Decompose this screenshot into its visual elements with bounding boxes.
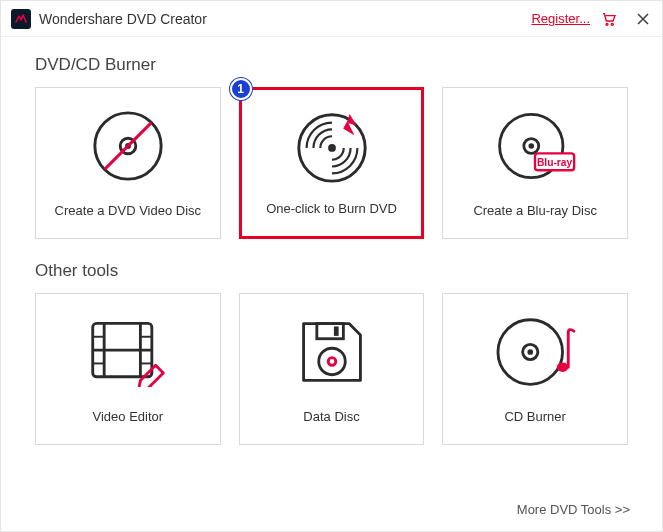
svg-line-6: [104, 122, 151, 169]
section-title-other: Other tools: [35, 261, 628, 281]
bluray-disc-icon: Blu-ray: [494, 88, 576, 203]
tile-video-editor[interactable]: Video Editor: [35, 293, 221, 445]
app-logo-icon: [11, 9, 31, 29]
tile-label: One-click to Burn DVD: [266, 201, 397, 216]
svg-point-24: [318, 348, 345, 375]
content-area: DVD/CD Burner Create a DVD Video Disc 1: [1, 37, 662, 445]
svg-point-28: [528, 349, 534, 355]
tile-bluray[interactable]: Blu-ray Create a Blu-ray Disc: [442, 87, 628, 239]
svg-rect-23: [333, 326, 338, 335]
tile-label: CD Burner: [504, 409, 565, 424]
svg-point-8: [328, 144, 336, 152]
disc-burn-icon: [291, 90, 373, 201]
more-tools-link[interactable]: More DVD Tools >>: [517, 502, 630, 517]
app-window: Wondershare DVD Creator Register... DVD/…: [0, 0, 663, 532]
floppy-icon: [296, 294, 368, 409]
titlebar: Wondershare DVD Creator Register...: [1, 1, 662, 37]
tile-cd-burner[interactable]: CD Burner: [442, 293, 628, 445]
svg-rect-22: [316, 323, 343, 338]
section-title-burner: DVD/CD Burner: [35, 55, 628, 75]
cart-icon[interactable]: [600, 10, 618, 28]
tile-one-click-burn[interactable]: 1 One-click to Burn DVD: [239, 87, 425, 239]
tile-dvd-video[interactable]: Create a DVD Video Disc: [35, 87, 221, 239]
other-row: Video Editor Data Disc: [35, 293, 628, 445]
tile-label: Video Editor: [93, 409, 164, 424]
svg-point-2: [611, 23, 613, 25]
tile-label: Create a Blu-ray Disc: [473, 203, 597, 218]
register-link[interactable]: Register...: [531, 11, 590, 26]
tile-label: Data Disc: [303, 409, 359, 424]
close-button[interactable]: [632, 8, 654, 30]
svg-point-25: [328, 357, 336, 365]
burner-row: Create a DVD Video Disc 1: [35, 87, 628, 239]
tile-data-disc[interactable]: Data Disc: [239, 293, 425, 445]
svg-text:Blu-ray: Blu-ray: [537, 156, 573, 167]
svg-point-1: [606, 23, 608, 25]
svg-point-11: [529, 143, 535, 149]
tile-label: Create a DVD Video Disc: [55, 203, 201, 218]
music-disc-icon: [494, 294, 576, 409]
disc-icon: [89, 88, 167, 203]
film-edit-icon: [87, 294, 169, 409]
app-title: Wondershare DVD Creator: [39, 11, 207, 27]
step-badge: 1: [230, 78, 252, 100]
